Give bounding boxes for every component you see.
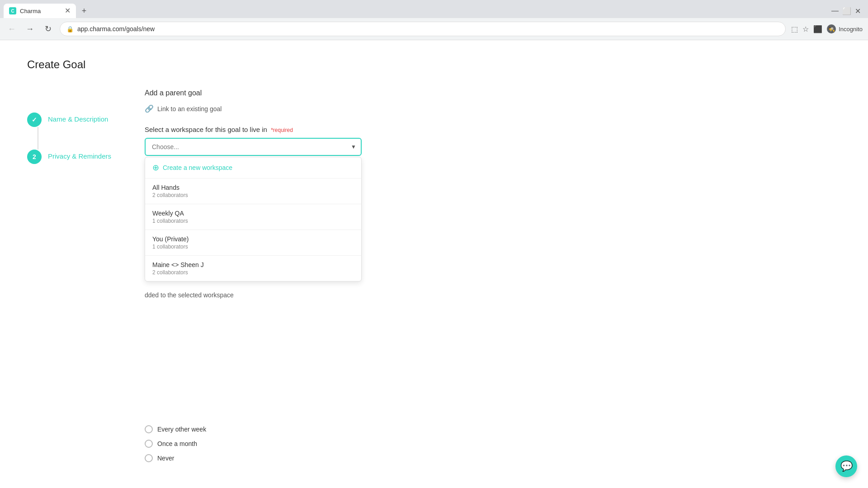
workspace-name: Weekly QA (152, 210, 354, 217)
create-new-label: Create a new workspace (163, 164, 232, 171)
link-goal-label: Link to an existing goal (157, 105, 222, 113)
workspace-name: You (Private) (152, 235, 354, 243)
tab-bar-close[interactable]: ✕ (855, 7, 861, 15)
link-icon: 🔗 (145, 104, 154, 113)
workspace-collaborators: 1 collaborators (152, 218, 354, 224)
address-bar-actions: ⬚ ☆ ⬛ 🕵 Incognito (791, 24, 863, 33)
radio-circle-every-other-week (145, 425, 153, 433)
page-content: Create Goal ✓ Name & Description 2 Priva… (0, 40, 868, 488)
stepper: ✓ Name & Description 2 Privacy & Reminde… (27, 113, 111, 164)
radio-circle-never (145, 454, 153, 462)
workspace-option-you-private[interactable]: You (Private) 1 collaborators (145, 230, 361, 256)
form-area: Add a parent goal 🔗 Link to an existing … (145, 89, 841, 462)
workspace-label: Select a workspace for this goal to live… (145, 126, 841, 133)
tab-favicon: C (9, 7, 16, 14)
tab-bar-maximize[interactable]: ⬜ (842, 7, 851, 15)
workspace-collaborators: 2 collaborators (152, 269, 354, 276)
workspace-dropdown-input[interactable] (145, 138, 362, 156)
workspace-collaborators: 2 collaborators (152, 192, 354, 198)
plus-circle-icon: ⊕ (152, 163, 159, 173)
incognito-icon: 🕵 (827, 24, 836, 33)
create-new-workspace-option[interactable]: ⊕ Create a new workspace (145, 157, 361, 178)
forward-button[interactable]: → (24, 23, 36, 35)
url-text: app.charma.com/goals/new (77, 25, 155, 33)
workspace-option-weekly-qa[interactable]: Weekly QA 1 collaborators (145, 204, 361, 230)
workspace-name: All Hands (152, 184, 354, 191)
address-bar: ← → ↻ 🔒 app.charma.com/goals/new ⬚ ☆ ⬛ 🕵… (0, 18, 868, 40)
step-name-description: ✓ Name & Description (27, 113, 111, 150)
tab-bar-right: — ⬜ ✕ (831, 7, 864, 15)
workspace-collaborators: 1 collaborators (152, 244, 354, 250)
radio-never[interactable]: Never (145, 454, 841, 462)
extensions-icon[interactable]: ⬛ (813, 25, 822, 33)
workspace-option-all-hands[interactable]: All Hands 2 collaborators (145, 178, 361, 204)
radio-every-other-week[interactable]: Every other week (145, 425, 841, 433)
back-button[interactable]: ← (5, 23, 18, 35)
active-tab[interactable]: C Charma ✕ (4, 4, 76, 18)
chat-support-button[interactable]: 💬 (835, 455, 857, 477)
incognito-badge: 🕵 Incognito (827, 24, 863, 33)
browser-chrome: C Charma ✕ + — ⬜ ✕ ← → ↻ 🔒 app.charma.co… (0, 0, 868, 40)
bookmark-icon[interactable]: ☆ (802, 25, 809, 33)
parent-goal-title: Add a parent goal (145, 89, 841, 97)
step-2-label: Privacy & Reminders (48, 150, 111, 160)
step-1-label: Name & Description (48, 113, 108, 123)
tab-title: Charma (20, 8, 61, 14)
radio-once-a-month[interactable]: Once a month (145, 440, 841, 448)
step-2-circle: 2 (27, 150, 42, 164)
collaborators-note: dded to the selected workspace (145, 291, 841, 299)
workspace-option-maine-sheen[interactable]: Maine <> Sheen J 2 collaborators (145, 256, 361, 281)
workspace-dropdown-menu: ⊕ Create a new workspace All Hands 2 col… (145, 157, 362, 282)
refresh-button[interactable]: ↻ (42, 23, 54, 35)
reminder-section: Every other week Once a month Never (145, 425, 841, 462)
url-bar[interactable]: 🔒 app.charma.com/goals/new (60, 22, 786, 36)
lock-icon: 🔒 (66, 26, 74, 33)
new-tab-button[interactable]: + (78, 5, 90, 17)
tab-close-button[interactable]: ✕ (65, 7, 71, 14)
link-goal-button[interactable]: 🔗 Link to an existing goal (145, 104, 841, 113)
step-1-circle: ✓ (27, 113, 42, 127)
step-connector (38, 127, 38, 150)
tab-bar: C Charma ✕ + — ⬜ ✕ (0, 0, 868, 18)
step-privacy-reminders: 2 Privacy & Reminders (27, 150, 111, 164)
radio-circle-once-a-month (145, 440, 153, 448)
workspace-dropdown-wrapper: ▼ ⊕ Create a new workspace All Hands 2 c… (145, 138, 362, 156)
workspace-name: Maine <> Sheen J (152, 261, 354, 268)
tab-bar-minimize[interactable]: — (831, 7, 839, 15)
cast-icon[interactable]: ⬚ (791, 25, 798, 33)
page-title: Create Goal (27, 58, 841, 71)
required-badge: *required (271, 127, 293, 133)
